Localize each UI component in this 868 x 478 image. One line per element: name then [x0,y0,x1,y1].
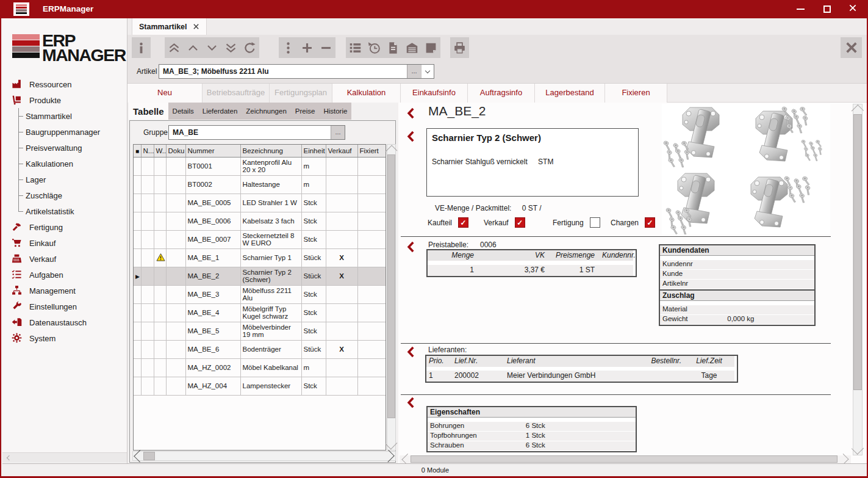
maximize-button[interactable] [817,0,838,18]
scroll-left-icon[interactable] [401,455,409,463]
table-row[interactable]: ▶ MA_BE_0007 Steckernetzteil 8 W EURO St… [134,230,386,248]
sidebar-item[interactable]: Management [2,283,127,299]
double-down-icon[interactable] [221,37,240,58]
column-header[interactable]: Bezeichnung [240,145,301,157]
print-icon[interactable] [450,37,469,58]
scroll-left-icon[interactable] [4,453,13,463]
sidebar-item[interactable]: Einkauf [2,235,127,251]
main-tab[interactable]: Lagerbestand [535,84,605,103]
table-row[interactable]: ▶ MA_HZ_0002 Möbel Kabelkanal m [134,358,386,377]
sidebar-item[interactable]: Kalkulationen [2,156,127,172]
close-icon[interactable] [841,37,862,58]
sidebar-item[interactable]: Stammartikel [2,108,127,124]
description-box[interactable]: Scharnier Typ 2 (Schwer) Scharnier Stahl… [426,128,639,197]
sidebar-item[interactable]: Preisverwaltung [2,140,127,156]
down-icon[interactable] [203,37,221,58]
row-selector-cell[interactable]: ▶ [134,175,141,194]
main-tab[interactable]: Einkaufsinfo [401,84,468,103]
column-header[interactable]: Nummer [185,145,240,157]
table-horizontal-scrollbar[interactable] [132,451,396,461]
main-tab[interactable]: Fertigungsplan [270,84,332,103]
sub-tab[interactable]: Details [168,103,198,120]
table-row[interactable]: ▶ MA_HZ_004 Lampenstecker Stck [134,377,386,395]
scroll-left-icon[interactable] [134,452,143,460]
chevron-left-icon[interactable] [406,107,417,119]
main-tab[interactable]: Neu [127,84,203,103]
sidebar-item[interactable]: Produkte [2,92,127,108]
column-header[interactable]: W.. [154,145,166,157]
table-row[interactable]: ▶ MA_BE_6 Bodenträger Stück X [134,340,386,358]
refresh-icon[interactable] [240,37,259,58]
chevron-left-icon[interactable] [406,346,417,358]
table-row[interactable]: ▶ MA_BE_4 Möbelgriff Typ Kugel schwarz S… [134,303,386,322]
column-header[interactable]: Einheit [301,145,326,157]
artikel-combobox[interactable]: MA_BE_3; Möbelfuss 2211 Alu ... [159,64,434,79]
scrollbar-thumb[interactable] [853,114,862,390]
scroll-right-icon[interactable] [841,455,850,463]
gruppe-browse-button[interactable]: ... [331,126,345,139]
sub-tab[interactable]: Lieferdaten [198,103,242,120]
table-row[interactable]: ▶ MA_BE_0006 Kabelsatz 3 fach Stck [134,212,386,230]
row-selector-cell[interactable]: ▶ [134,194,141,212]
row-selector-cell[interactable]: ▶ [134,157,141,175]
list-icon[interactable] [346,37,365,58]
row-selector-cell[interactable]: ▶ [134,267,141,285]
sidebar-item[interactable]: Ressourcen [2,76,127,92]
scroll-right-icon[interactable] [386,452,395,460]
column-header[interactable]: Fixiert [357,145,386,157]
gruppe-combobox[interactable]: MA_BE ... [168,125,345,140]
gruppe-value[interactable]: MA_BE [169,126,331,139]
table-row[interactable]: ▶ MA_BE_0005 LED Strahler 1 W Stck [134,194,386,212]
sub-tab[interactable]: Preise [291,103,320,120]
table-row[interactable]: ▶ MA_BE_1 Scharnier Typ 1 Stück X [134,248,386,267]
column-header[interactable]: Verkauf [326,145,357,157]
plus-icon[interactable] [298,37,317,58]
main-tab[interactable]: Auftragsinfo [468,84,535,103]
scroll-down-icon[interactable] [853,446,862,455]
sub-tab[interactable]: Historie [319,103,351,120]
sidebar-item[interactable]: Artikelstatistik [2,203,127,219]
archive-icon[interactable] [403,37,421,58]
sidebar-item[interactable]: Lager [2,172,127,187]
row-selector-cell[interactable]: ▶ [134,303,141,322]
chevron-left-icon[interactable] [406,397,417,408]
sidebar-item[interactable]: Aufgaben [2,267,127,283]
checkbox[interactable]: ✓ [645,217,655,228]
table-row[interactable]: ▶ BT0002 Haltestange m [134,175,386,194]
detail-horizontal-scrollbar[interactable] [400,455,851,463]
checkbox[interactable]: ✓ [590,217,600,228]
info-icon[interactable] [132,37,151,58]
kebab-icon[interactable] [279,37,298,58]
detail-vertical-scrollbar[interactable] [853,104,863,455]
minimize-button[interactable] [790,0,811,18]
document-icon[interactable] [384,37,403,58]
scrollbar-thumb[interactable] [387,154,395,418]
select-all-header[interactable]: ■ [134,145,141,157]
main-tab[interactable]: Kalkulation [332,84,401,103]
row-selector-cell[interactable]: ▶ [134,340,141,358]
chevron-left-icon[interactable] [406,241,417,253]
note-icon[interactable] [421,37,440,58]
column-header[interactable]: Doku [166,145,185,157]
table-row[interactable]: ▶ MA_BE_3 Möbelfuss 2211 Alu Stck [134,285,386,303]
main-tab[interactable]: Betriebsaufträge [203,84,270,103]
row-selector-cell[interactable]: ▶ [134,285,141,303]
row-selector-cell[interactable]: ▶ [134,230,141,248]
row-selector-cell[interactable]: ▶ [134,212,141,230]
checkbox[interactable]: ✓ [515,217,525,228]
scrollbar-thumb[interactable] [411,455,838,463]
artikel-browse-button[interactable]: ... [407,65,421,78]
scroll-down-icon[interactable] [387,441,395,450]
dropdown-chevron-icon[interactable] [421,65,434,78]
sidebar-item[interactable]: System [2,330,127,346]
sidebar-item[interactable]: Baugruppenmanager [2,124,127,140]
sub-tab[interactable]: Zeichnungen [242,103,291,120]
sidebar-item[interactable]: Fertigung [2,219,127,235]
minus-icon[interactable] [317,37,335,58]
chevron-left-icon[interactable] [406,131,417,142]
tab-stammartikel[interactable]: Stammartikel [132,18,207,35]
double-up-icon[interactable] [165,37,184,58]
artikel-value[interactable]: MA_BE_3; Möbelfuss 2211 Alu [159,65,407,78]
table-row[interactable]: ▶ BT0001 Kantenprofil Alu 20 x 20 m [134,157,386,175]
sidebar-item[interactable]: Zuschläge [2,187,127,203]
